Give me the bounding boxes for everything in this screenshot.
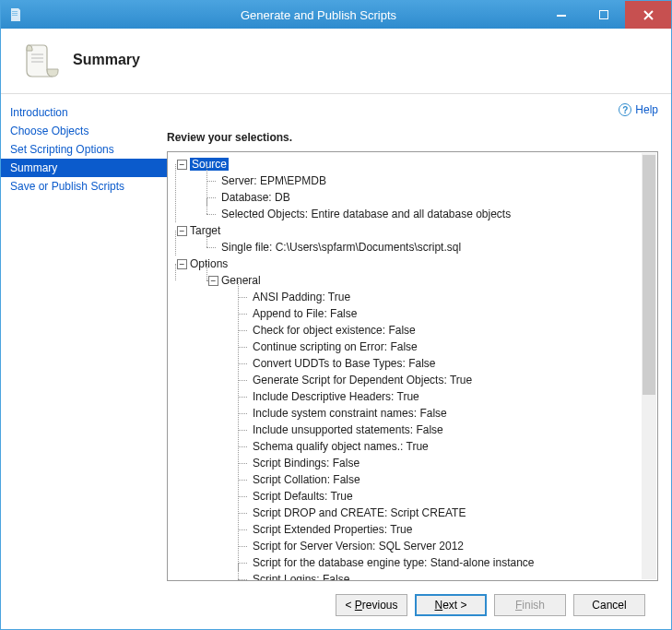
app-icon <box>8 7 23 22</box>
sidebar-item-introduction[interactable]: Introduction <box>1 103 167 122</box>
tree-node-source[interactable]: Source <box>190 158 229 171</box>
tree-node-target[interactable]: Target <box>190 224 220 237</box>
summary-tree[interactable]: −Source Server: EPM\EPMDB Database: DB S… <box>167 151 658 581</box>
sidebar-item-choose-objects[interactable]: Choose Objects <box>1 122 167 140</box>
tree-leaf[interactable]: Script Logins: False <box>253 573 349 581</box>
tree-leaf[interactable]: Selected Objects: Entire database and al… <box>221 208 511 220</box>
tree-leaf[interactable]: Include Descriptive Headers: True <box>253 390 419 403</box>
tree-leaf[interactable]: Single file: C:\Users\spfarm\Documents\s… <box>221 241 461 254</box>
tree-leaf[interactable]: ANSI Padding: True <box>253 291 350 303</box>
tree-leaf[interactable]: Schema qualify object names.: True <box>253 440 429 453</box>
tree-leaf[interactable]: Script Defaults: True <box>253 490 353 503</box>
window-title: Generate and Publish Scripts <box>29 8 396 22</box>
wizard-sidebar: IntroductionChoose ObjectsSet Scripting … <box>1 94 167 629</box>
previous-button[interactable]: < PPreviousrevious <box>336 594 407 616</box>
help-label: Help <box>635 103 658 116</box>
tree-leaf[interactable]: Server: EPM\EPMDB <box>221 174 326 187</box>
tree-leaf[interactable]: Include system constraint names: False <box>253 407 447 420</box>
tree-node-options[interactable]: Options <box>190 257 228 270</box>
sidebar-item-summary[interactable]: Summary <box>1 159 167 177</box>
sidebar-item-save-or-publish-scripts[interactable]: Save or Publish Scripts <box>1 177 167 196</box>
finish-button: Finish <box>494 594 566 616</box>
wizard-footer: < PPreviousrevious Next > Finish Cancel <box>167 581 658 629</box>
tree-leaf[interactable]: Check for object existence: False <box>253 324 416 337</box>
expand-toggle[interactable]: − <box>177 226 187 236</box>
expand-toggle[interactable]: − <box>208 276 218 286</box>
help-link[interactable]: ? Help <box>619 103 658 116</box>
tree-leaf[interactable]: Script Collation: False <box>253 473 360 486</box>
tree-leaf[interactable]: Generate Script for Dependent Objects: T… <box>253 374 472 386</box>
tree-leaf[interactable]: Script Extended Properties: True <box>253 523 412 536</box>
sidebar-item-set-scripting-options[interactable]: Set Scripting Options <box>1 140 167 159</box>
close-button[interactable] <box>625 1 671 29</box>
tree-leaf[interactable]: Append to File: False <box>253 307 357 320</box>
tree-leaf[interactable]: Include unsupported statements: False <box>253 423 443 436</box>
review-label: Review your selections. <box>167 131 658 144</box>
wizard-header: Summary <box>1 29 671 94</box>
expand-toggle[interactable]: − <box>177 259 187 269</box>
scrollbar[interactable] <box>642 153 656 579</box>
tree-leaf[interactable]: Script DROP and CREATE: Script CREATE <box>253 506 466 519</box>
tree-leaf[interactable]: Database: DB <box>221 191 290 204</box>
tree-leaf[interactable]: Script Bindings: False <box>253 457 360 470</box>
next-button[interactable]: Next > <box>415 594 487 616</box>
scrollbar-thumb[interactable] <box>643 155 655 395</box>
tree-leaf[interactable]: Script for the database engine type: Sta… <box>253 556 535 569</box>
tree-leaf[interactable]: Convert UDDTs to Base Types: False <box>253 357 436 370</box>
tree-node-general[interactable]: General <box>221 274 261 287</box>
expand-toggle[interactable]: − <box>177 160 187 170</box>
script-icon <box>19 40 60 80</box>
tree-leaf[interactable]: Continue scripting on Error: False <box>253 340 418 353</box>
svg-rect-0 <box>557 15 566 17</box>
page-title: Summary <box>73 52 140 68</box>
maximize-button[interactable] <box>583 1 625 29</box>
titlebar: Generate and Publish Scripts <box>1 1 671 29</box>
cancel-button[interactable]: Cancel <box>573 594 645 616</box>
help-icon: ? <box>619 103 631 116</box>
svg-rect-1 <box>599 10 608 19</box>
minimize-button[interactable] <box>540 1 583 29</box>
tree-leaf[interactable]: Script for Server Version: SQL Server 20… <box>253 540 464 553</box>
